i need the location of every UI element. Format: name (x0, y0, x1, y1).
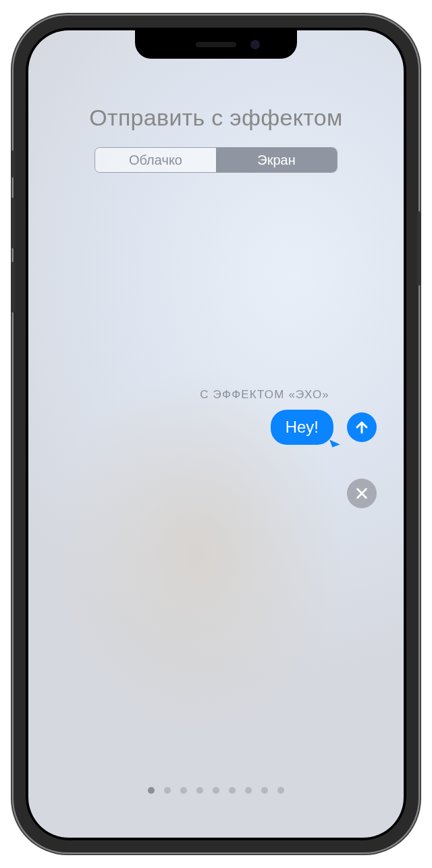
page-title: Отправить с эффектом (28, 105, 404, 131)
message-preview-area: С ЭФФЕКТОМ «ЭХО» Hey! (200, 388, 377, 508)
page-dot[interactable] (164, 787, 171, 794)
notch (135, 30, 297, 59)
bubble-row: Hey! (271, 410, 377, 445)
silence-switch (11, 151, 15, 178)
send-button[interactable] (347, 412, 377, 442)
page-indicator (148, 787, 284, 794)
segment-bubble[interactable]: Облачко (95, 148, 216, 172)
segmented-control: Облачко Экран (94, 147, 338, 173)
device-inner: Отправить с эффектом Облачко Экран С ЭФФ… (26, 28, 406, 840)
speaker (196, 42, 236, 47)
screen: Отправить с эффектом Облачко Экран С ЭФФ… (28, 30, 404, 838)
volume-down-button (11, 262, 15, 313)
page-dot[interactable] (245, 787, 252, 794)
close-icon (354, 486, 369, 501)
page-dot[interactable] (180, 787, 187, 794)
page-dot[interactable] (213, 787, 219, 794)
effect-name-label: С ЭФФЕКТОМ «ЭХО» (200, 388, 329, 402)
device-frame: Отправить с эффектом Облачко Экран С ЭФФ… (14, 16, 418, 852)
arrow-up-icon (354, 419, 370, 435)
side-button (417, 211, 421, 286)
page-dot[interactable] (277, 787, 284, 794)
segment-screen[interactable]: Экран (216, 148, 337, 172)
page-dot[interactable] (196, 787, 203, 794)
page-dot[interactable] (261, 787, 268, 794)
message-bubble: Hey! (271, 410, 333, 445)
close-button[interactable] (347, 479, 377, 508)
front-camera (250, 40, 260, 49)
volume-up-button (11, 198, 15, 248)
page-dot[interactable] (148, 787, 155, 794)
page-dot[interactable] (229, 787, 236, 794)
content-area: Отправить с эффектом Облачко Экран С ЭФФ… (28, 30, 404, 838)
